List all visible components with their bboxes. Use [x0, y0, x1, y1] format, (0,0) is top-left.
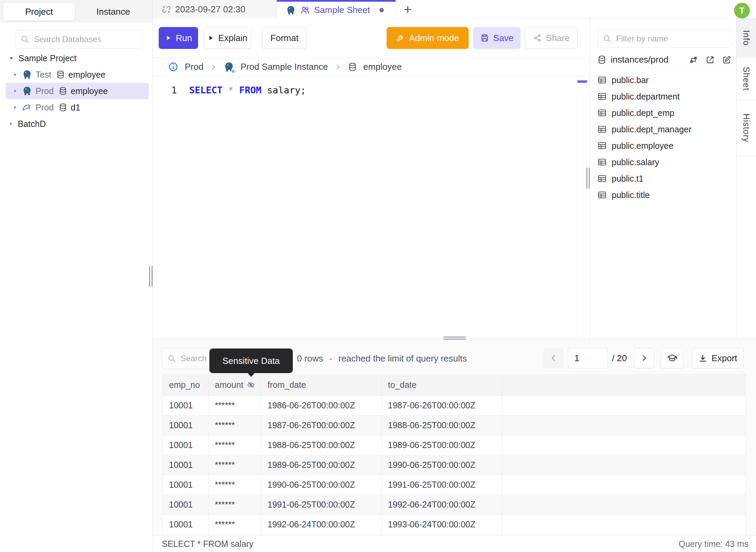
table-list-item[interactable]: public.bar — [597, 72, 731, 88]
breadcrumb-database[interactable]: employee — [363, 62, 402, 72]
connection-path: instances/prod — [611, 54, 668, 65]
table-list-item[interactable]: public.salary — [597, 154, 731, 170]
tab-sample-sheet[interactable]: Sample Sheet — [277, 0, 396, 18]
chevron-right-icon[interactable] — [12, 105, 18, 110]
table-cell: 1987-06-26T00:00:00Z — [382, 396, 502, 416]
table-list-item[interactable]: public.employee — [597, 137, 731, 154]
table-row[interactable]: 10001******1991-06-25T00:00:00Z1992-06-2… — [163, 495, 746, 515]
schema-diagram-icon[interactable] — [689, 55, 699, 65]
export-button[interactable]: Export — [692, 348, 744, 368]
share-button[interactable]: Share — [525, 27, 578, 49]
chevron-right-icon[interactable] — [12, 88, 18, 94]
tree-node-batchd[interactable]: BatchD — [5, 116, 149, 132]
eye-off-icon[interactable] — [247, 381, 255, 389]
table-list-item[interactable]: public.dept_manager — [597, 121, 731, 137]
table-row[interactable]: 10001******1988-06-25T00:00:00Z1989-06-2… — [163, 435, 746, 455]
unlink-icon — [162, 5, 171, 14]
tab-instance[interactable]: Instance — [76, 2, 151, 21]
next-page-button[interactable] — [634, 348, 654, 368]
plus-icon — [403, 4, 413, 15]
table-cell: 1991-06-25T00:00:00Z — [382, 475, 502, 495]
new-tab-button[interactable] — [401, 3, 415, 16]
tab-label: Sample Sheet — [314, 5, 370, 15]
schema-panel-resize-handle[interactable] — [586, 168, 590, 190]
table-cell: 10001 — [163, 515, 209, 535]
explain-button[interactable]: Explain — [204, 27, 251, 49]
table-row[interactable]: 10001******1989-06-25T00:00:00Z1990-06-2… — [163, 455, 746, 475]
database-search-input[interactable] — [15, 30, 142, 49]
sql-editor[interactable]: 1 SELECT * FROM salary; — [153, 77, 589, 339]
avatar[interactable]: T — [734, 3, 750, 18]
table-name: public.bar — [612, 75, 649, 85]
connection-row: instances/prod — [597, 53, 731, 68]
executed-statement: SELECT * FROM salary — [162, 539, 253, 549]
table-row[interactable]: 10001******1990-06-25T00:00:00Z1991-06-2… — [163, 475, 746, 495]
table-row[interactable]: 10001******1987-06-26T00:00:00Z1988-06-2… — [163, 416, 746, 435]
tab-info[interactable]: Info — [737, 18, 756, 57]
admin-mode-button[interactable]: Admin mode — [387, 27, 469, 49]
breadcrumb-instance[interactable]: Prod Sample Instance — [240, 62, 328, 72]
postgres-icon — [22, 86, 32, 96]
sql-keyword: FROM — [239, 85, 261, 95]
external-link-icon[interactable] — [705, 55, 715, 65]
play-icon — [207, 35, 214, 41]
table-filter-input[interactable] — [597, 29, 731, 48]
filter-by-name-field[interactable] — [616, 34, 726, 43]
chevron-right-icon[interactable] — [12, 72, 18, 77]
table-cell: 1989-06-25T00:00:00Z — [261, 455, 382, 475]
chevron-down-icon[interactable] — [8, 55, 14, 61]
table-cell-filler — [502, 416, 746, 435]
table-cell: 1990-06-25T00:00:00Z — [261, 475, 382, 495]
table-list: public.barpublic.departmentpublic.dept_e… — [597, 72, 731, 203]
edit-icon[interactable] — [722, 55, 731, 65]
separator: - — [329, 353, 333, 364]
minimap-divider — [577, 77, 577, 339]
table-list-item[interactable]: public.dept_emp — [597, 105, 731, 121]
tab-label: 2023-09-27 02:30 — [175, 4, 245, 15]
search-databases-field[interactable] — [34, 35, 137, 44]
table-list-item[interactable]: public.department — [597, 88, 731, 105]
tab-history[interactable]: History — [737, 100, 756, 156]
table-cell: 10001 — [163, 475, 209, 495]
table-list-item[interactable]: public.title — [597, 187, 731, 203]
tree-node-prod-d1[interactable]: Prod d1 — [5, 99, 149, 116]
users-icon — [300, 5, 310, 15]
sidebar-resize-handle[interactable] — [148, 266, 153, 288]
tree-node-prod-employee[interactable]: Prod employee — [5, 83, 149, 99]
status-dot-icon — [231, 69, 235, 74]
project-tree: Sample Project Test employee Prod employ… — [0, 50, 153, 132]
table-cell-filler — [502, 455, 746, 475]
table-list-item[interactable]: public.t1 — [597, 170, 731, 187]
save-button[interactable]: Save — [473, 27, 521, 49]
app-root: Project Instance Sample Project Test emp… — [0, 0, 756, 552]
play-icon — [165, 35, 172, 41]
table-icon — [597, 92, 607, 101]
chevron-right-icon[interactable] — [8, 121, 14, 127]
schema-sidebar: instances/prod public.barpublic.departme… — [589, 18, 736, 339]
page-number-input[interactable] — [568, 348, 608, 368]
table-row[interactable]: 10001******1986-06-26T00:00:00Z1987-06-2… — [163, 396, 746, 416]
format-button[interactable]: Format — [262, 27, 307, 49]
table-row[interactable]: 10001******1992-06-24T00:00:00Z1993-06-2… — [163, 515, 746, 535]
environment-label: Prod — [36, 103, 54, 113]
tab-unsaved-sheet[interactable]: 2023-09-27 02:30 — [153, 0, 277, 18]
sidebar-mode-switch: Project Instance — [0, 0, 153, 23]
tree-node-sample-project[interactable]: Sample Project — [5, 50, 149, 66]
table-icon — [597, 75, 607, 85]
breadcrumb-environment[interactable]: Prod — [185, 62, 204, 72]
tab-project[interactable]: Project — [3, 2, 75, 21]
download-icon — [698, 354, 707, 363]
unsaved-dot-icon — [379, 8, 384, 12]
table-icon — [597, 124, 607, 134]
graduation-cap-icon — [667, 353, 678, 364]
results-resize-handle[interactable] — [443, 336, 466, 341]
masking-info-button[interactable] — [661, 348, 683, 368]
tree-node-test-employee[interactable]: Test employee — [5, 66, 149, 83]
database-icon — [348, 62, 357, 71]
tree-node-label: Sample Project — [18, 53, 77, 63]
tab-sheet[interactable]: Sheet — [737, 57, 756, 100]
run-button[interactable]: Run — [159, 27, 198, 49]
info-icon[interactable] — [168, 62, 179, 72]
postgres-instance-icon — [223, 62, 234, 73]
previous-page-button[interactable] — [543, 348, 564, 368]
